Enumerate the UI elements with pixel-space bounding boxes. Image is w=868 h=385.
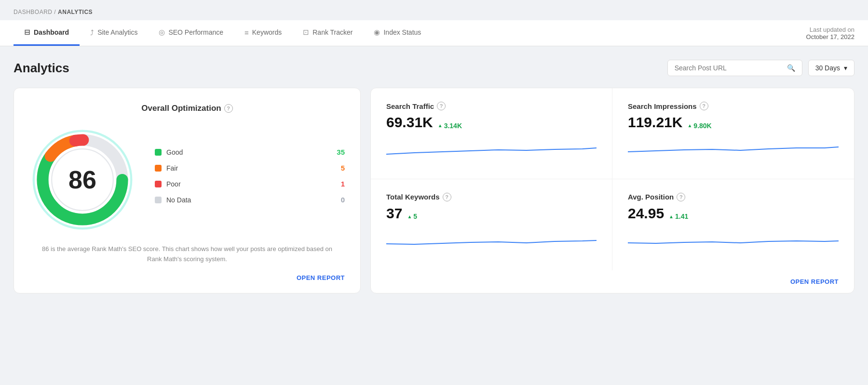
keywords-icon: ≡ [244,28,249,37]
search-url-input[interactable]: 🔍 [667,60,802,76]
poor-label: Poor [166,180,181,188]
right-footer: OPEN REPORT [371,270,854,293]
tab-dashboard[interactable]: ⊟ Dashboard [14,20,80,46]
metrics-grid: Search Traffic ? 69.31K 3.14K Search Imp… [371,88,854,270]
total-keywords-delta: 5 [407,212,417,220]
last-updated-label: Last updated on [806,26,854,33]
total-keywords-sparkline [386,228,597,250]
cards-row: Overall Optimization ? [14,88,854,293]
poor-dot [155,181,162,187]
metric-search-impressions: Search Impressions ? 119.21K 9.80K [612,88,854,179]
tab-keywords-label: Keywords [252,28,282,36]
optimization-title: Overall Optimization ? [29,104,345,113]
analytics-header: Analytics 🔍 30 Days ▾ [14,60,854,76]
total-keywords-help[interactable]: ? [443,193,451,201]
metric-avg-position: Avg. Position ? 24.95 1.41 [612,179,854,270]
poor-value: 1 [341,180,345,188]
total-keywords-value: 37 [386,205,402,222]
fair-value: 5 [341,164,345,172]
avg-position-sparkline [628,228,839,250]
tab-index-status-label: Index Status [383,28,421,36]
donut-chart: 86 [29,127,136,233]
tab-site-analytics-label: Site Analytics [97,28,137,36]
avg-position-value: 24.95 [628,205,664,222]
legend-fair: Fair 5 [155,164,345,172]
optimization-card: Overall Optimization ? [14,88,361,293]
tab-rank-tracker[interactable]: ⊡ Rank Tracker [292,20,363,46]
fair-dot [155,165,162,172]
avg-position-help[interactable]: ? [677,193,685,201]
tab-seo-performance[interactable]: ◎ SEO Performance [148,20,234,46]
search-traffic-value: 69.31K [386,114,433,131]
nodata-label: No Data [166,196,191,204]
nodata-dot [155,197,162,203]
avg-position-title: Avg. Position ? [628,193,839,201]
metric-total-keywords: Total Keywords ? 37 5 [371,179,612,270]
tab-rank-tracker-label: Rank Tracker [312,28,353,36]
tab-bar: ⊟ Dashboard ⤴ Site Analytics ◎ SEO Perfo… [0,20,868,46]
avg-position-value-row: 24.95 1.41 [628,205,839,222]
search-impressions-delta: 9.80K [687,122,711,130]
legend-good: Good 35 [155,148,345,156]
breadcrumb-root[interactable]: DASHBOARD [14,9,53,15]
tab-dashboard-label: Dashboard [34,28,69,36]
site-analytics-icon: ⤴ [90,28,94,37]
metrics-card: Search Traffic ? 69.31K 3.14K Search Imp… [370,88,854,293]
legend-poor: Poor 1 [155,180,345,188]
total-keywords-title: Total Keywords ? [386,193,597,201]
good-label: Good [166,148,183,156]
right-open-report-link[interactable]: OPEN REPORT [790,278,839,285]
avg-position-delta: 1.41 [669,212,688,220]
search-traffic-help[interactable]: ? [437,102,446,110]
search-impressions-sparkline [628,137,839,159]
good-value: 35 [337,148,345,156]
fair-label: Fair [166,164,178,172]
breadcrumb: DASHBOARD / ANALYTICS [0,0,868,20]
search-icon: 🔍 [787,64,795,72]
donut-score: 86 [68,165,96,194]
optimization-help-icon[interactable]: ? [224,104,233,113]
search-impressions-title: Search Impressions ? [628,102,839,110]
search-url-field[interactable] [675,64,783,72]
breadcrumb-current: ANALYTICS [58,9,93,15]
nodata-value: 0 [341,196,345,204]
total-keywords-value-row: 37 5 [386,205,597,222]
index-status-icon: ◉ [374,28,380,37]
tab-index-status[interactable]: ◉ Index Status [363,20,432,46]
dashboard-icon: ⊟ [24,28,30,37]
search-traffic-value-row: 69.31K 3.14K [386,114,597,131]
search-traffic-delta: 3.14K [438,122,462,130]
rank-tracker-icon: ⊡ [303,28,309,37]
optimization-description: 86 is the average Rank Math's SEO score.… [29,244,345,265]
tab-keywords[interactable]: ≡ Keywords [234,20,292,46]
last-updated-date: October 17, 2022 [806,33,854,40]
legend: Good 35 Fair 5 Poor [155,148,345,212]
main-content: Analytics 🔍 30 Days ▾ Overall Optimizati… [0,46,868,307]
breadcrumb-separator: / [54,9,56,15]
tab-site-analytics[interactable]: ⤴ Site Analytics [80,20,148,46]
chevron-down-icon: ▾ [844,64,847,72]
chart-area: 86 Good 35 Fair [29,127,345,233]
days-select[interactable]: 30 Days ▾ [808,60,854,76]
search-traffic-title: Search Traffic ? [386,102,597,110]
metric-search-traffic: Search Traffic ? 69.31K 3.14K [371,88,612,179]
seo-icon: ◎ [159,28,165,37]
tabs: ⊟ Dashboard ⤴ Site Analytics ◎ SEO Perfo… [14,20,432,46]
header-controls: 🔍 30 Days ▾ [667,60,854,76]
open-report-link[interactable]: OPEN REPORT [29,274,345,281]
good-dot [155,149,162,156]
last-updated: Last updated on October 17, 2022 [806,26,854,40]
search-impressions-value-row: 119.21K 9.80K [628,114,839,131]
search-traffic-sparkline [386,137,597,159]
legend-nodata: No Data 0 [155,196,345,204]
search-impressions-value: 119.21K [628,114,682,131]
page-title: Analytics [14,61,69,76]
tab-seo-label: SEO Performance [168,28,223,36]
search-impressions-help[interactable]: ? [700,102,708,110]
days-select-label: 30 Days [815,64,840,72]
